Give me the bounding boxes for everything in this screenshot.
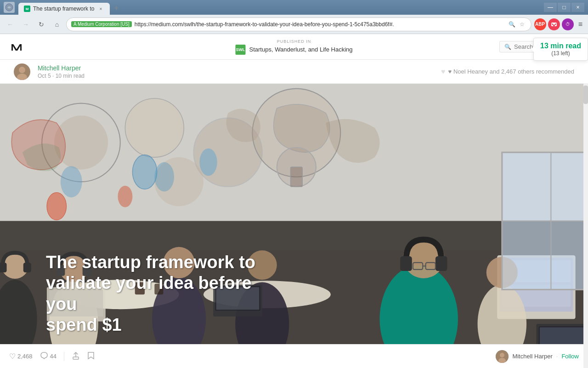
security-badge: A Medium Corporation [US] (71, 21, 132, 27)
svg-point-16 (61, 166, 82, 197)
hero-image: The startup framework to validate your i… (0, 84, 588, 368)
svg-rect-44 (400, 256, 412, 271)
share-action[interactable] (72, 351, 80, 362)
svg-rect-2 (9, 40, 24, 54)
heart-icon: ♥ (441, 68, 446, 76)
svg-rect-45 (435, 256, 447, 271)
navigation-bar: ← → ↻ ⌂ A Medium Corporation [US] https:… (0, 15, 588, 34)
adblock-extension[interactable]: ABP (534, 18, 546, 30)
minimize-button[interactable]: — (544, 3, 557, 12)
author-avatar (14, 63, 30, 80)
active-tab[interactable]: M The startup framework to × (18, 3, 110, 15)
title-bar: M The startup framework to × + — □ × (0, 0, 588, 15)
reading-time-tooltip: 13 min read (13 left) (533, 38, 588, 61)
author-name[interactable]: Mitchell Harper (38, 64, 85, 72)
comments-count: 44 (50, 353, 57, 360)
address-bar[interactable]: A Medium Corporation [US] https://medium… (66, 17, 531, 31)
scrollbar-thumb[interactable] (583, 86, 588, 104)
home-button[interactable]: ⌂ (51, 18, 63, 31)
page-content: PUBLISHED IN SWL Startups, Wanderlust, a… (0, 34, 588, 368)
reload-button[interactable]: ↻ (35, 18, 48, 31)
menu-button[interactable]: ≡ (577, 18, 584, 30)
author-bottom-avatar (496, 350, 509, 363)
search-icon: 🔍 (504, 44, 511, 50)
author-bottom: Mitchell Harper · Follow (496, 350, 579, 363)
svg-rect-28 (23, 263, 31, 272)
comment-icon (40, 351, 48, 362)
reading-time-sub: (13 left) (540, 50, 581, 57)
like-icon: ♡ (9, 352, 16, 361)
svg-point-19 (118, 186, 132, 207)
bottom-right: Mitchell Harper · Follow (496, 350, 579, 363)
article-meta: Mitchell Harper Oct 5 · 10 min read ♥ ♥ … (0, 60, 588, 84)
browser-actions: ABP ⏱ (534, 18, 574, 30)
likes-count: 2,468 (17, 353, 33, 360)
back-button[interactable]: ← (4, 18, 17, 31)
publication-icon: SWL (236, 45, 246, 55)
browser-icon (4, 2, 15, 13)
svg-point-4 (19, 67, 25, 73)
author-info: Mitchell Harper Oct 5 · 10 min read (38, 64, 85, 79)
separator-dot: · (556, 353, 558, 360)
close-window-button[interactable]: × (571, 3, 584, 12)
published-in-label: PUBLISHED IN (277, 39, 311, 44)
tab-close-button[interactable]: × (97, 5, 104, 12)
reading-time-main: 13 min read (540, 42, 581, 50)
article-title-overlay: The startup framework to validate your i… (46, 252, 276, 336)
svg-rect-27 (0, 263, 7, 272)
search-address-icon[interactable]: 🔍 (508, 20, 516, 29)
comment-action[interactable]: 44 (40, 351, 57, 362)
bookmark-icon (87, 351, 95, 362)
address-icons: 🔍 ☆ (508, 20, 526, 29)
tab-title: The startup framework to (33, 6, 94, 12)
author-bottom-name: Mitchell Harper (512, 353, 552, 360)
medium-logo[interactable] (9, 40, 24, 54)
article-reactions: ♥ ♥ Noel Heaney and 2,467 others recomme… (441, 68, 574, 76)
publication-info: PUBLISHED IN SWL Startups, Wanderlust, a… (236, 39, 353, 55)
author-date: Oct 5 · 10 min read (38, 73, 85, 79)
svg-point-18 (47, 193, 67, 220)
scrollbar[interactable] (583, 84, 588, 368)
pocket-extension[interactable] (548, 18, 560, 30)
bookmark-address-icon[interactable]: ☆ (518, 20, 526, 29)
tab-favicon: M (24, 6, 30, 12)
publication-name: Startups, Wanderlust, and Life Hacking (249, 46, 353, 53)
publication-row: SWL Startups, Wanderlust, and Life Hacki… (236, 45, 353, 55)
svg-rect-21 (291, 167, 303, 187)
bookmark-action[interactable] (87, 351, 95, 362)
separator (64, 352, 64, 361)
forward-button[interactable]: → (19, 18, 32, 31)
tooltip-arrow (531, 46, 534, 52)
reaction-text: ♥ Noel Heaney and 2,467 others recommend… (448, 68, 574, 75)
svg-point-14 (132, 155, 157, 190)
new-tab-button[interactable]: + (110, 2, 123, 15)
tab-bar: M The startup framework to × + (18, 0, 123, 15)
address-text: https://medium.com/swlh/the-startup-fram… (135, 21, 505, 28)
svg-rect-63 (73, 357, 79, 359)
bottom-bar: ♡ 2,468 44 (0, 344, 588, 368)
article-title: The startup framework to validate your i… (46, 252, 276, 336)
svg-point-10 (125, 98, 184, 157)
follow-button[interactable]: Follow (561, 353, 579, 360)
svg-point-17 (199, 149, 217, 176)
medium-header: PUBLISHED IN SWL Startups, Wanderlust, a… (0, 34, 588, 60)
svg-point-65 (500, 353, 504, 357)
maximize-button[interactable]: □ (558, 3, 571, 12)
svg-point-15 (154, 162, 174, 191)
share-icon (72, 351, 80, 362)
window-controls: — □ × (544, 3, 584, 12)
like-action[interactable]: ♡ 2,468 (9, 352, 33, 361)
clock-extension[interactable]: ⏱ (562, 18, 574, 30)
